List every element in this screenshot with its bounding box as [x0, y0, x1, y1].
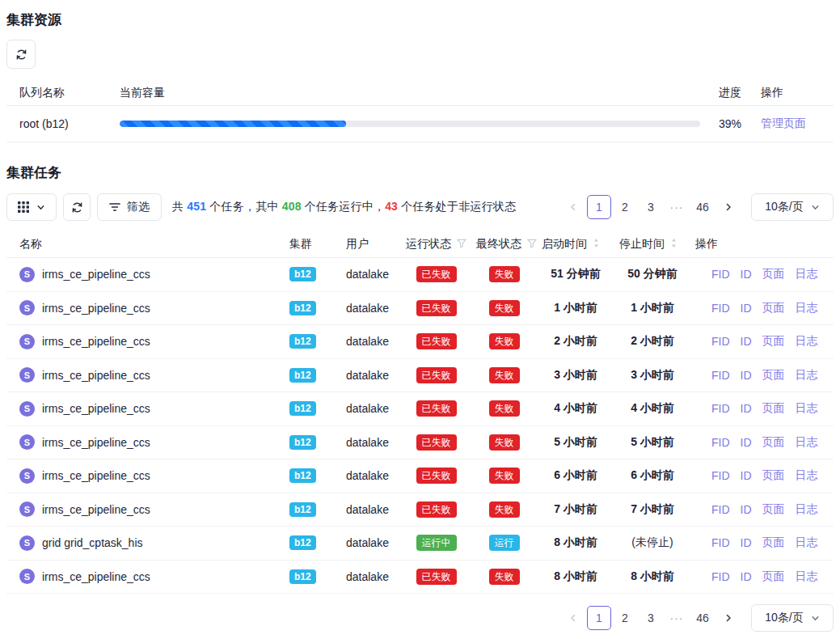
task-action-link[interactable]: 页面	[762, 301, 785, 315]
run-status-badge: 已失败	[416, 300, 457, 316]
task-action-link[interactable]: 日志	[796, 435, 818, 450]
final-status-badge: 失败	[489, 468, 520, 484]
pagination-prev-button[interactable]	[561, 195, 585, 219]
task-action-link[interactable]: FID	[711, 369, 730, 382]
task-action-link[interactable]: 日志	[796, 301, 818, 315]
task-action-link[interactable]: 日志	[796, 569, 818, 584]
task-action-link[interactable]: 日志	[796, 267, 818, 281]
task-action-link[interactable]: 日志	[796, 535, 818, 550]
pagination-ellipsis[interactable]: ···	[665, 606, 689, 630]
tasks-toolbar: 筛选 共 451 个任务，其中 408 个任务运行中，43 个任务处于非运行状态…	[6, 193, 834, 221]
cluster-resources-title: 集群资源	[6, 12, 834, 28]
tasks-refresh-button[interactable]	[63, 193, 91, 221]
pagination-page-2[interactable]: 2	[613, 606, 637, 630]
sorter-icon[interactable]	[593, 238, 600, 251]
task-action-link[interactable]: 页面	[762, 502, 785, 517]
task-action-link[interactable]: ID	[741, 335, 752, 348]
pagination-page-3[interactable]: 3	[639, 195, 663, 219]
task-action-link[interactable]: 页面	[762, 535, 785, 550]
task-action-link[interactable]: FID	[711, 402, 730, 415]
resources-refresh-button[interactable]	[6, 40, 36, 69]
task-name: irms_ce_pipeline_ccs	[42, 402, 150, 415]
task-action-link[interactable]: FID	[711, 503, 730, 516]
spark-avatar: S	[19, 569, 35, 584]
chevron-left-icon	[568, 202, 578, 212]
task-user: datalake	[341, 436, 401, 449]
task-name: irms_ce_pipeline_ccs	[42, 570, 150, 583]
pagination-next-button[interactable]	[716, 606, 741, 630]
task-action-link[interactable]: 页面	[762, 468, 785, 483]
task-action-link[interactable]: 页面	[762, 569, 785, 584]
task-name-cell: Sirms_ce_pipeline_ccs	[6, 300, 285, 315]
task-name: grid grid_cptask_his	[42, 536, 143, 549]
tasks-table-header: 名称 集群 用户 运行状态 最终状态 启动时间	[6, 231, 834, 258]
task-action-link[interactable]: ID	[741, 503, 752, 516]
task-action-link[interactable]: FID	[711, 302, 730, 315]
task-user: datalake	[341, 503, 401, 516]
task-action-link[interactable]: ID	[741, 536, 752, 549]
columns-layout-dropdown-button[interactable]	[6, 193, 57, 221]
pagination-page-2[interactable]: 2	[613, 195, 637, 219]
final-status-badge: 失败	[489, 400, 520, 417]
run-status-badge: 已失败	[416, 434, 457, 451]
page-size-select[interactable]: 10条/页	[751, 604, 834, 632]
task-start-time: 1 小时前	[537, 301, 614, 315]
task-action-link[interactable]: ID	[741, 436, 752, 449]
spark-avatar: S	[19, 401, 35, 417]
filter-button[interactable]: 筛选	[97, 193, 162, 221]
final-status-badge: 失败	[489, 266, 520, 282]
task-action-link[interactable]: 页面	[762, 401, 785, 416]
task-action-link[interactable]: 页面	[762, 435, 785, 450]
cluster-tag: b12	[289, 368, 316, 383]
task-action-link[interactable]: ID	[741, 268, 752, 281]
task-action-link[interactable]: ID	[741, 469, 752, 482]
spark-avatar: S	[19, 267, 35, 282]
task-stop-time: 4 小时前	[614, 401, 690, 416]
task-action-link[interactable]: ID	[741, 570, 752, 583]
manage-page-link[interactable]: 管理页面	[761, 116, 806, 129]
task-start-time: 5 小时前	[537, 435, 614, 450]
pagination-ellipsis[interactable]: ···	[665, 195, 689, 219]
task-action-link[interactable]: 日志	[796, 401, 818, 416]
task-run-status-cell: 已失败	[401, 300, 471, 316]
task-action-link[interactable]: ID	[741, 402, 752, 415]
pagination-page-1[interactable]: 1	[587, 606, 611, 630]
task-action-link[interactable]: FID	[711, 335, 730, 348]
cluster-tasks-title: 集群任务	[6, 165, 834, 180]
task-action-link[interactable]: 日志	[796, 368, 818, 383]
pagination-page-46[interactable]: 46	[690, 195, 715, 219]
pagination-prev-button[interactable]	[561, 606, 585, 630]
filter-funnel-icon[interactable]	[527, 238, 537, 251]
task-action-link[interactable]: 页面	[762, 368, 785, 383]
task-name-cell: Sirms_ce_pipeline_ccs	[6, 434, 285, 450]
spark-avatar: S	[19, 367, 35, 383]
task-user: datalake	[341, 469, 401, 482]
filter-funnel-icon[interactable]	[457, 238, 466, 251]
task-stop-time: 50 分钟前	[614, 267, 690, 281]
task-action-link[interactable]: FID	[711, 570, 730, 583]
task-action-link[interactable]: ID	[741, 302, 752, 315]
task-action-link[interactable]: 日志	[796, 502, 818, 517]
task-cluster-cell: b12	[285, 535, 341, 550]
summary-segment-plain: 个任务，其中	[206, 200, 281, 213]
task-action-link[interactable]: 日志	[796, 468, 818, 483]
task-action-link[interactable]: 日志	[796, 334, 818, 349]
task-action-link[interactable]: ID	[741, 369, 752, 382]
pagination-page-1[interactable]: 1	[587, 195, 611, 219]
sorter-icon[interactable]	[670, 238, 677, 251]
task-action-link[interactable]: 页面	[762, 267, 785, 281]
task-action-link[interactable]: 页面	[762, 334, 785, 349]
pagination-page-46[interactable]: 46	[690, 606, 715, 630]
task-action-link[interactable]: FID	[711, 268, 730, 281]
cluster-tag: b12	[289, 401, 316, 416]
pagination-page-3[interactable]: 3	[639, 606, 663, 630]
page-size-select[interactable]: 10条/页	[751, 193, 834, 221]
task-actions-cell: FIDID页面日志	[690, 301, 834, 315]
task-action-link[interactable]: FID	[711, 469, 730, 482]
task-action-link[interactable]: FID	[711, 536, 730, 549]
task-final-status-cell: 失败	[471, 300, 537, 316]
run-status-badge: 已失败	[416, 400, 457, 417]
task-action-link[interactable]: FID	[711, 436, 730, 449]
task-cluster-cell: b12	[285, 502, 341, 517]
pagination-next-button[interactable]	[716, 195, 741, 219]
